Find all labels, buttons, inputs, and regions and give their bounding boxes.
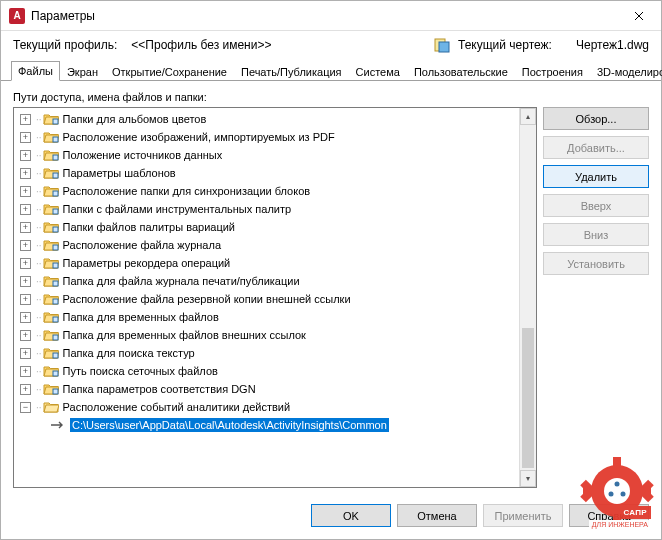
tree-item[interactable]: +·· Папка для поиска текстур	[14, 344, 519, 362]
folder-icon	[43, 382, 59, 396]
side-buttons: Обзор... Добавить... Удалить Вверх Вниз …	[543, 107, 649, 488]
tree-item[interactable]: +·· Путь поиска сеточных файлов	[14, 362, 519, 380]
tree-child-item[interactable]: C:\Users\user\AppData\Local\Autodesk\Act…	[14, 416, 519, 434]
scroll-up-button[interactable]: ▴	[520, 108, 536, 125]
move-up-button[interactable]: Вверх	[543, 194, 649, 217]
drawing-icon	[434, 37, 450, 53]
expand-icon[interactable]: +	[20, 204, 31, 215]
paths-tree[interactable]: +·· Папки для альбомов цветов+·· Располо…	[13, 107, 537, 488]
expand-icon[interactable]: +	[20, 168, 31, 179]
tree-item[interactable]: +·· Папки с файлами инструментальных пал…	[14, 200, 519, 218]
svg-rect-15	[53, 317, 58, 322]
expand-icon[interactable]: +	[20, 384, 31, 395]
scroll-thumb[interactable]	[522, 328, 534, 468]
current-drawing-label: Текущий чертеж:	[458, 38, 552, 52]
svg-rect-12	[53, 263, 58, 268]
svg-rect-8	[53, 191, 58, 196]
expand-icon[interactable]: +	[20, 294, 31, 305]
move-down-button[interactable]: Вниз	[543, 223, 649, 246]
expand-icon[interactable]: +	[20, 186, 31, 197]
selected-path-value[interactable]: C:\Users\user\AppData\Local\Autodesk\Act…	[70, 418, 389, 432]
expand-icon[interactable]: +	[20, 222, 31, 233]
tree-item-label: Папка для временных файлов внешних ссыло…	[63, 329, 306, 341]
folder-icon	[43, 148, 59, 162]
expand-icon[interactable]: +	[20, 276, 31, 287]
tree-item-label: Параметры шаблонов	[63, 167, 176, 179]
tree-scrollbar[interactable]: ▴ ▾	[519, 108, 536, 487]
tree-item-label: Расположение файла журнала	[63, 239, 221, 251]
tree-item[interactable]: +·· Папки файлов палитры вариаций	[14, 218, 519, 236]
tab-drafting[interactable]: Построения	[515, 62, 590, 81]
expand-icon[interactable]: +	[20, 348, 31, 359]
tree-item[interactable]: +·· Параметры шаблонов	[14, 164, 519, 182]
tabs-row: Файлы Экран Открытие/Сохранение Печать/П…	[1, 59, 661, 81]
tree-item[interactable]: +·· Расположение изображений, импортируе…	[14, 128, 519, 146]
tab-print-publish[interactable]: Печать/Публикация	[234, 62, 349, 81]
remove-button[interactable]: Удалить	[543, 165, 649, 188]
svg-rect-14	[53, 299, 58, 304]
ok-button[interactable]: OK	[311, 504, 391, 527]
scroll-track[interactable]	[520, 125, 536, 470]
folder-icon	[43, 202, 59, 216]
tree-item-label: Папка для временных файлов	[63, 311, 219, 323]
browse-button[interactable]: Обзор...	[543, 107, 649, 130]
tree-item[interactable]: +·· Параметры рекордера операций	[14, 254, 519, 272]
tab-user[interactable]: Пользовательские	[407, 62, 515, 81]
tree-item[interactable]: −·· Расположение событий аналитики дейст…	[14, 398, 519, 416]
collapse-icon[interactable]: −	[20, 402, 31, 413]
tree-item-label: Папки с файлами инструментальных палитр	[63, 203, 292, 215]
close-button[interactable]	[616, 1, 661, 31]
tree-item[interactable]: +·· Папка для временных файлов	[14, 308, 519, 326]
tree-item-label: Расположение событий аналитики действий	[63, 401, 291, 413]
tab-body: Пути доступа, имена файлов и папки: +·· …	[1, 81, 661, 496]
tab-3d-modeling[interactable]: 3D-моделирова	[590, 62, 662, 81]
svg-rect-16	[53, 335, 58, 340]
folder-icon	[43, 220, 59, 234]
tree-item[interactable]: +·· Расположение файла журнала	[14, 236, 519, 254]
tab-system[interactable]: Система	[349, 62, 407, 81]
tree-item[interactable]: +·· Папка для временных файлов внешних с…	[14, 326, 519, 344]
tree-item-label: Положение источников данных	[63, 149, 223, 161]
tree-item[interactable]: +·· Папка для файла журнала печати/публи…	[14, 272, 519, 290]
cancel-button[interactable]: Отмена	[397, 504, 477, 527]
tree-item-label: Расположение файла резервной копии внешн…	[63, 293, 351, 305]
scroll-down-button[interactable]: ▾	[520, 470, 536, 487]
svg-rect-18	[53, 371, 58, 376]
folder-icon	[43, 292, 59, 306]
expand-icon[interactable]: +	[20, 114, 31, 125]
add-button[interactable]: Добавить...	[543, 136, 649, 159]
apply-button[interactable]: Применить	[483, 504, 563, 527]
help-button[interactable]: Справка	[569, 504, 649, 527]
set-current-button[interactable]: Установить	[543, 252, 649, 275]
svg-rect-11	[53, 245, 58, 250]
current-profile-label: Текущий профиль:	[13, 38, 117, 52]
tree-item[interactable]: +·· Расположение файла резервной копии в…	[14, 290, 519, 308]
tree-item[interactable]: +·· Папка параметров соответствия DGN	[14, 380, 519, 398]
svg-rect-13	[53, 281, 58, 286]
tree-item[interactable]: +·· Положение источников данных	[14, 146, 519, 164]
tree-item-label: Папки для альбомов цветов	[63, 113, 207, 125]
tab-open-save[interactable]: Открытие/Сохранение	[105, 62, 234, 81]
svg-rect-10	[53, 227, 58, 232]
expand-icon[interactable]: +	[20, 330, 31, 341]
section-label: Пути доступа, имена файлов и папки:	[13, 91, 649, 103]
tab-screen[interactable]: Экран	[60, 62, 105, 81]
folder-icon	[43, 238, 59, 252]
tree-item[interactable]: +·· Папки для альбомов цветов	[14, 110, 519, 128]
app-icon: A	[9, 8, 25, 24]
tree-item[interactable]: +·· Расположение папки для синхронизации…	[14, 182, 519, 200]
tab-files[interactable]: Файлы	[11, 61, 60, 81]
window-title: Параметры	[31, 9, 95, 23]
folder-icon	[43, 274, 59, 288]
current-drawing-value: Чертеж1.dwg	[576, 38, 649, 52]
folder-icon	[43, 346, 59, 360]
tree-item-label: Путь поиска сеточных файлов	[63, 365, 218, 377]
expand-icon[interactable]: +	[20, 366, 31, 377]
expand-icon[interactable]: +	[20, 258, 31, 269]
expand-icon[interactable]: +	[20, 240, 31, 251]
folder-icon	[43, 256, 59, 270]
svg-rect-7	[53, 173, 58, 178]
expand-icon[interactable]: +	[20, 312, 31, 323]
expand-icon[interactable]: +	[20, 132, 31, 143]
expand-icon[interactable]: +	[20, 150, 31, 161]
